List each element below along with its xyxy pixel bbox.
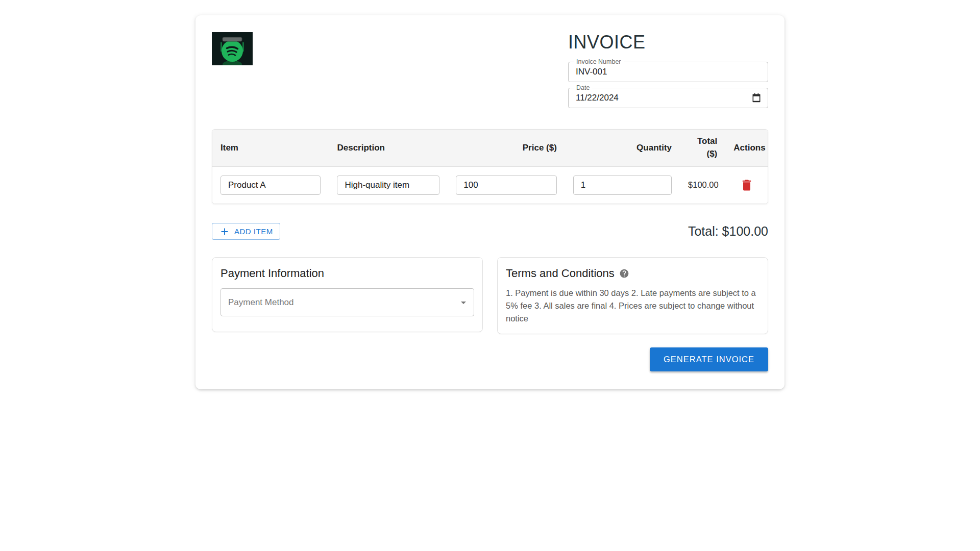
- delete-item-button[interactable]: [737, 175, 757, 195]
- generate-row: GENERATE INVOICE: [212, 347, 768, 371]
- generate-invoice-button[interactable]: GENERATE INVOICE: [650, 347, 768, 371]
- trash-icon: [740, 178, 754, 192]
- invoice-meta-block: INVOICE Invoice Number Date: [568, 32, 768, 108]
- header-section: INVOICE Invoice Number Date: [212, 32, 768, 108]
- item-price-input[interactable]: [456, 176, 557, 195]
- payment-method-placeholder: Payment Method: [228, 297, 294, 308]
- info-section: Payment Information Payment Method Terms…: [212, 257, 768, 334]
- date-field: Date: [568, 88, 768, 108]
- add-item-button[interactable]: ADD ITEM: [212, 223, 280, 240]
- invoice-number-label: Invoice Number: [574, 58, 624, 65]
- item-name-input[interactable]: [220, 176, 321, 195]
- item-quantity-input[interactable]: [573, 176, 672, 195]
- column-header-price: Price ($): [448, 130, 565, 166]
- help-icon[interactable]: [619, 268, 629, 279]
- invoice-card: INVOICE Invoice Number Date I: [195, 15, 785, 389]
- plus-icon: [219, 226, 230, 237]
- item-description-input[interactable]: [337, 176, 439, 195]
- page-title: INVOICE: [568, 33, 768, 52]
- terms-card: Terms and Conditions 1. Payment is due w…: [497, 257, 768, 334]
- spotify-logo-image: [212, 32, 253, 65]
- payment-method-select[interactable]: Payment Method: [220, 288, 474, 316]
- invoice-number-field: Invoice Number: [568, 62, 768, 82]
- column-header-quantity: Quantity: [565, 130, 680, 166]
- date-label: Date: [574, 84, 592, 91]
- column-header-description: Description: [329, 130, 448, 166]
- terms-title: Terms and Conditions: [506, 267, 615, 280]
- date-input[interactable]: [569, 88, 768, 108]
- items-table: Item Description Price ($) Quantity Tota…: [212, 129, 768, 204]
- column-header-actions: Actions: [725, 130, 768, 166]
- column-header-total: Total ($): [680, 130, 725, 166]
- grand-total-text: Total: $100.00: [688, 224, 768, 239]
- column-header-item: Item: [212, 130, 329, 166]
- table-header-row: Item Description Price ($) Quantity Tota…: [212, 130, 768, 166]
- row-total-value: $100.00: [688, 180, 719, 189]
- payment-information-title: Payment Information: [220, 267, 474, 280]
- chevron-down-icon: [457, 296, 470, 309]
- payment-information-card: Payment Information Payment Method: [212, 257, 483, 332]
- terms-body-text: 1. Payment is due within 30 days 2. Late…: [506, 287, 760, 324]
- table-row: $100.00: [212, 166, 768, 204]
- add-total-row: ADD ITEM Total: $100.00: [212, 223, 768, 240]
- calendar-icon[interactable]: [751, 93, 762, 103]
